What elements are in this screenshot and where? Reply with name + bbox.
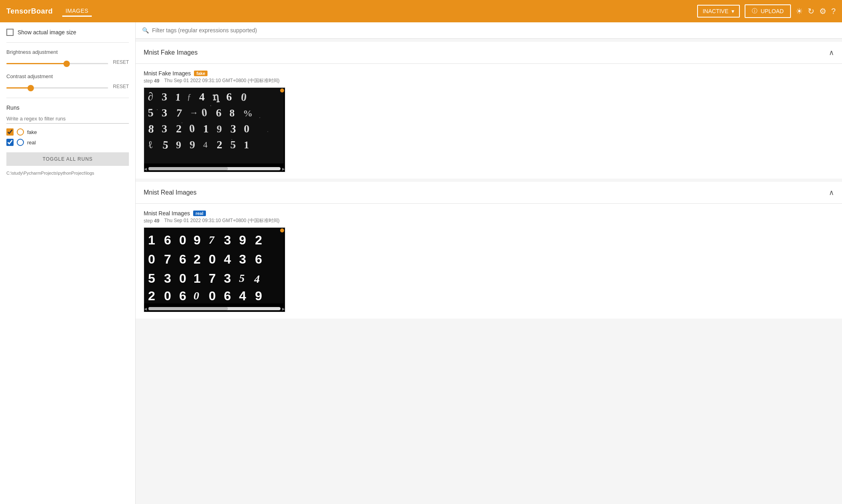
run-checkbox-real[interactable] bbox=[6, 139, 14, 146]
real-step-label: step 49 bbox=[144, 218, 159, 224]
fake-step-label: step 49 bbox=[144, 78, 159, 84]
brightness-section: Brightness adjustment RESET bbox=[6, 49, 129, 65]
real-scroll-right[interactable]: ▸ bbox=[282, 305, 285, 312]
svg-text:0: 0 bbox=[209, 289, 216, 303]
svg-text:ƞ: ƞ bbox=[212, 91, 220, 103]
svg-text:2: 2 bbox=[217, 138, 222, 151]
svg-text:0: 0 bbox=[244, 122, 249, 135]
contrast-label: Contrast adjustment bbox=[6, 73, 129, 79]
real-tag-badge: real bbox=[193, 211, 206, 216]
svg-text:%: % bbox=[243, 108, 253, 118]
svg-text:→: → bbox=[190, 108, 198, 118]
search-icon: 🔍 bbox=[142, 27, 149, 33]
upload-button[interactable]: ⓘ UPLOAD bbox=[745, 4, 791, 18]
run-item-real: real bbox=[6, 139, 129, 146]
refresh-icon[interactable]: ↻ bbox=[808, 6, 814, 16]
fake-image-card: Mnist Fake Images fake step 49 Thu Sep 0… bbox=[144, 70, 295, 172]
svg-point-36 bbox=[231, 139, 232, 140]
real-section-header[interactable]: Mnist Real Images ∧ bbox=[136, 182, 842, 204]
fake-tag-badge: fake bbox=[194, 71, 208, 76]
status-dropdown[interactable]: INACTIVE ▾ bbox=[697, 5, 740, 18]
contrast-slider[interactable] bbox=[6, 87, 108, 89]
real-scrollbar-track[interactable] bbox=[148, 307, 281, 310]
nav-tab-images[interactable]: IMAGES bbox=[62, 6, 91, 17]
real-card-meta: step 49 Thu Sep 01 2022 09:31:10 GMT+080… bbox=[144, 217, 295, 224]
svg-text:ƒ: ƒ bbox=[187, 93, 191, 101]
fake-scrollbar-track[interactable] bbox=[148, 167, 281, 170]
real-timestamp: Thu Sep 01 2022 09:31:10 GMT+0800 (中国标准时… bbox=[164, 217, 279, 224]
run-item-fake: fake bbox=[6, 128, 129, 136]
fake-scroll-left[interactable]: ◂ bbox=[144, 165, 147, 172]
run-color-fake bbox=[17, 128, 24, 136]
brightness-slider[interactable] bbox=[6, 63, 108, 64]
brightness-reset-button[interactable]: RESET bbox=[113, 59, 129, 65]
header-left: TensorBoard IMAGES bbox=[6, 6, 92, 17]
svg-text:6: 6 bbox=[179, 252, 186, 266]
fake-card-title-text: Mnist Fake Images bbox=[144, 70, 191, 77]
fake-scrollbar-row: ◂ ▸ bbox=[144, 165, 285, 172]
svg-text:3: 3 bbox=[230, 122, 237, 135]
real-section-content: Mnist Real Images real step 49 Thu Sep 0… bbox=[136, 204, 842, 319]
svg-text:1: 1 bbox=[175, 91, 181, 103]
svg-text:2: 2 bbox=[255, 233, 262, 247]
svg-text:9: 9 bbox=[194, 233, 201, 247]
svg-point-35 bbox=[210, 105, 211, 106]
search-input[interactable] bbox=[152, 27, 836, 33]
toggle-all-runs-button[interactable]: TOGGLE ALL RUNS bbox=[6, 152, 129, 166]
svg-text:2: 2 bbox=[194, 252, 201, 266]
contrast-slider-row: RESET bbox=[6, 83, 129, 90]
svg-text:7: 7 bbox=[164, 252, 171, 266]
real-mnist-image: 1 6 0 9 7 3 9 2 0 7 6 bbox=[144, 228, 284, 303]
brightness-slider-wrapper bbox=[6, 59, 108, 65]
svg-text:1: 1 bbox=[148, 233, 155, 247]
brightness-icon[interactable]: ☀ bbox=[796, 6, 803, 16]
fake-mnist-image: ∂ 3 1 ƒ 4 ƞ 6 0 5 3 7 bbox=[144, 88, 284, 163]
svg-text:1: 1 bbox=[203, 122, 209, 135]
brightness-label: Brightness adjustment bbox=[6, 49, 129, 55]
svg-text:1: 1 bbox=[244, 139, 249, 151]
fake-card-header: Mnist Fake Images fake step 49 Thu Sep 0… bbox=[144, 70, 295, 84]
fake-card-title-row: Mnist Fake Images fake bbox=[144, 70, 295, 77]
svg-text:4: 4 bbox=[239, 289, 246, 303]
settings-icon[interactable]: ⚙ bbox=[819, 6, 826, 16]
svg-text:5: 5 bbox=[239, 272, 245, 284]
real-scrollbar-row: ◂ ▸ bbox=[144, 305, 285, 312]
svg-text:6: 6 bbox=[224, 289, 231, 303]
real-scroll-left[interactable]: ◂ bbox=[144, 305, 147, 312]
svg-text:9: 9 bbox=[217, 123, 222, 135]
svg-text:5: 5 bbox=[162, 138, 169, 151]
real-card-title-text: Mnist Real Images bbox=[144, 210, 190, 217]
svg-text:0: 0 bbox=[194, 289, 199, 302]
run-label-fake: fake bbox=[27, 129, 37, 135]
header-right: INACTIVE ▾ ⓘ UPLOAD ☀ ↻ ⚙ ? bbox=[697, 4, 836, 18]
svg-text:5: 5 bbox=[148, 106, 154, 119]
real-card-header: Mnist Real Images real step 49 Thu Sep 0… bbox=[144, 210, 295, 224]
show-size-checkbox[interactable] bbox=[6, 29, 14, 36]
contrast-reset-button[interactable]: RESET bbox=[113, 84, 129, 89]
fake-collapse-icon: ∧ bbox=[829, 48, 834, 57]
status-label: INACTIVE bbox=[703, 8, 729, 14]
svg-text:3: 3 bbox=[239, 252, 246, 266]
svg-text:6: 6 bbox=[226, 91, 232, 103]
fake-section-content: Mnist Fake Images fake step 49 Thu Sep 0… bbox=[136, 64, 842, 179]
chevron-down-icon: ▾ bbox=[731, 8, 734, 14]
svg-text:3: 3 bbox=[224, 233, 231, 247]
svg-text:4: 4 bbox=[254, 273, 260, 285]
brightness-slider-row: RESET bbox=[6, 59, 129, 65]
header: TensorBoard IMAGES INACTIVE ▾ ⓘ UPLOAD ☀… bbox=[0, 0, 842, 22]
run-label-real: real bbox=[27, 140, 36, 146]
svg-point-34 bbox=[182, 122, 182, 123]
svg-text:8: 8 bbox=[148, 122, 154, 135]
svg-text:0: 0 bbox=[164, 289, 171, 303]
runs-filter-input[interactable] bbox=[6, 114, 129, 124]
run-checkbox-fake[interactable] bbox=[6, 128, 14, 136]
svg-text:0: 0 bbox=[209, 252, 216, 266]
fake-scroll-right[interactable]: ▸ bbox=[282, 165, 285, 172]
real-card-title-row: Mnist Real Images real bbox=[144, 210, 295, 217]
contrast-slider-wrapper bbox=[6, 83, 108, 90]
contrast-section: Contrast adjustment RESET bbox=[6, 73, 129, 90]
svg-text:3: 3 bbox=[224, 271, 231, 285]
help-icon[interactable]: ? bbox=[831, 7, 836, 16]
fake-section-header[interactable]: Mnist Fake Images ∧ bbox=[136, 42, 842, 64]
svg-point-39 bbox=[267, 131, 268, 132]
